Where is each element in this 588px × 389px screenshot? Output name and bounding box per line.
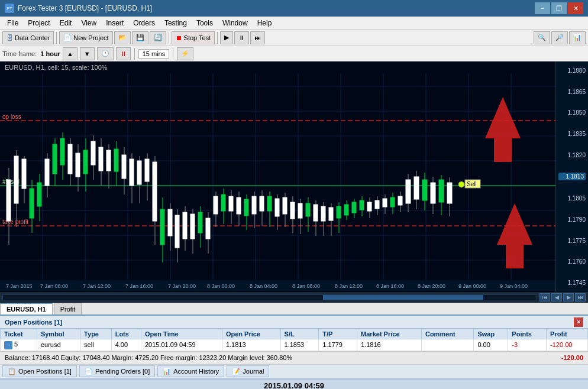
menu-orders[interactable]: Orders xyxy=(128,18,160,28)
cell-type: sell xyxy=(80,339,112,351)
refresh-button[interactable]: 🔄 xyxy=(150,31,166,44)
speed-bars-button[interactable]: ⚡ xyxy=(177,47,193,60)
col-ticket[interactable]: Ticket xyxy=(1,329,37,339)
scroll-track[interactable] xyxy=(2,294,537,300)
svg-text:8 Jan 16:00: 8 Jan 16:00 xyxy=(376,283,404,289)
menu-view[interactable]: View xyxy=(76,18,101,28)
col-swap[interactable]: Swap xyxy=(474,329,508,339)
timeframe-label: Time frame: xyxy=(2,50,37,57)
col-profit[interactable]: Profit xyxy=(547,329,588,339)
candlestick-chart[interactable]: op loss #5 sell take profit Sell xyxy=(0,61,555,292)
new-project-icon: 📄 xyxy=(63,34,72,41)
zoom-out-button[interactable]: 🔎 xyxy=(551,31,568,44)
menu-testing[interactable]: Testing xyxy=(160,18,192,28)
tf-up-button[interactable]: ▲ xyxy=(63,47,77,60)
new-project-button[interactable]: 📄 New Project xyxy=(59,31,112,44)
svg-rect-99 xyxy=(267,196,272,211)
positions-close-button[interactable]: ✕ xyxy=(574,317,583,327)
menu-file[interactable]: File xyxy=(2,18,23,28)
cell-open-time: 2015.01.09 04:59 xyxy=(141,339,222,351)
minimize-button[interactable]: − xyxy=(535,2,550,14)
price-1850: 1.1850 xyxy=(558,109,586,116)
table-row[interactable]: → 5 eurusd sell 4.00 2015.01.09 04:59 1.… xyxy=(1,339,588,351)
step-button[interactable]: ⏭ xyxy=(250,31,265,44)
zoom-out-icon: 🔎 xyxy=(555,34,564,41)
stop-test-button[interactable]: ⏹ Stop Test xyxy=(172,31,215,44)
nav-last[interactable]: ⏭ xyxy=(575,293,586,302)
svg-rect-107 xyxy=(298,203,302,218)
col-market-price[interactable]: Market Price xyxy=(357,329,422,339)
toolbar-main: 🗄 Data Center 📄 New Project 📂 💾 🔄 ⏹ Stop… xyxy=(0,30,588,46)
zoom-in-button[interactable]: 🔍 xyxy=(534,31,550,44)
tf-down-button[interactable]: ▼ xyxy=(80,47,95,60)
timeframe-value[interactable]: 1 hour xyxy=(40,50,60,57)
menu-tools[interactable]: Tools xyxy=(192,18,218,28)
speed-icon: ⚡ xyxy=(181,50,189,57)
database-icon: 🗄 xyxy=(7,34,13,41)
col-tp[interactable]: T/P xyxy=(319,329,357,339)
menu-edit[interactable]: Edit xyxy=(55,18,77,28)
menu-insert[interactable]: Insert xyxy=(101,18,128,28)
svg-rect-105 xyxy=(290,202,295,219)
svg-rect-69 xyxy=(153,162,157,221)
chart-type-icon: 📊 xyxy=(573,34,581,41)
svg-rect-79 xyxy=(190,214,195,239)
play-button[interactable]: ▶ xyxy=(220,31,233,44)
svg-rect-65 xyxy=(137,161,141,184)
price-1775: 1.1775 xyxy=(558,238,586,244)
cell-profit: -120.00 xyxy=(547,339,588,351)
price-1745: 1.1745 xyxy=(558,280,586,286)
svg-text:7 Jan 08:00: 7 Jan 08:00 xyxy=(40,283,68,289)
col-lots[interactable]: Lots xyxy=(111,329,141,339)
pause-button[interactable]: ⏸ xyxy=(234,31,249,44)
nav-next[interactable]: ▶ xyxy=(563,293,574,302)
restore-button[interactable]: ❐ xyxy=(551,2,567,14)
svg-rect-63 xyxy=(130,159,134,186)
chart-area: EURUSD, H1, cell: 15, scale: 100% xyxy=(0,61,588,292)
row-icon: → xyxy=(4,341,12,349)
datetime-bar: 2015.01.09 04:59 xyxy=(0,378,588,390)
svg-rect-73 xyxy=(168,209,172,236)
bottom-tab-history[interactable]: 📊 Account History xyxy=(157,365,224,377)
play-icon: ▶ xyxy=(224,34,229,41)
speed-selector[interactable]: 15 mins xyxy=(138,49,170,59)
menu-project[interactable]: Project xyxy=(23,18,54,28)
cell-symbol: eurusd xyxy=(37,339,80,351)
close-button[interactable]: ✕ xyxy=(568,2,583,14)
scroll-thumb[interactable] xyxy=(323,295,483,300)
col-points[interactable]: Points xyxy=(508,329,547,339)
cell-ticket: → 5 xyxy=(1,339,37,351)
col-type[interactable]: Type xyxy=(80,329,112,339)
clock-button[interactable]: 🕐 xyxy=(97,47,114,60)
nav-first[interactable]: ⏮ xyxy=(539,293,550,302)
bottom-tab-pending[interactable]: 📄 Pending Orders [0] xyxy=(79,365,155,377)
col-open-time[interactable]: Open Time xyxy=(141,329,222,339)
svg-rect-43 xyxy=(53,144,57,174)
pause-bar-button[interactable]: ⏸ xyxy=(116,47,131,60)
svg-text:7 Jan 16:00: 7 Jan 16:00 xyxy=(125,283,153,289)
chart-scrollbar: ⏮ ◀ ▶ ⏭ xyxy=(0,292,588,303)
data-center-button[interactable]: 🗄 Data Center xyxy=(2,31,54,44)
chart-tab-profit[interactable]: Profit xyxy=(54,303,82,315)
save-button[interactable]: 💾 xyxy=(132,31,148,44)
col-sl[interactable]: S/L xyxy=(280,329,319,339)
svg-rect-71 xyxy=(160,209,164,245)
bottom-tab-journal[interactable]: 📝 Journal xyxy=(227,365,269,377)
cell-open-price: 1.1813 xyxy=(222,339,280,351)
chart-type-button[interactable]: 📊 xyxy=(569,31,586,44)
toolbar-secondary: Time frame: 1 hour ▲ ▼ 🕐 ⏸ 15 mins ⚡ xyxy=(0,46,588,61)
svg-rect-53 xyxy=(91,141,95,165)
price-1760: 1.1760 xyxy=(558,258,586,265)
cell-sl: 1.1853 xyxy=(280,339,319,351)
svg-text:8 Jan 12:00: 8 Jan 12:00 xyxy=(335,283,363,289)
menu-window[interactable]: Window xyxy=(218,18,253,28)
chart-tab-eurusd[interactable]: EURUSD, H1 xyxy=(0,303,53,315)
nav-prev[interactable]: ◀ xyxy=(551,293,562,302)
col-open-price[interactable]: Open Price xyxy=(222,329,280,339)
svg-rect-59 xyxy=(114,149,118,171)
menu-help[interactable]: Help xyxy=(253,18,277,28)
col-symbol[interactable]: Symbol xyxy=(37,329,80,339)
bottom-tab-open-positions[interactable]: 📋 Open Positions [1] xyxy=(2,365,77,377)
col-comment[interactable]: Comment xyxy=(421,329,473,339)
open-button[interactable]: 📂 xyxy=(114,31,131,44)
